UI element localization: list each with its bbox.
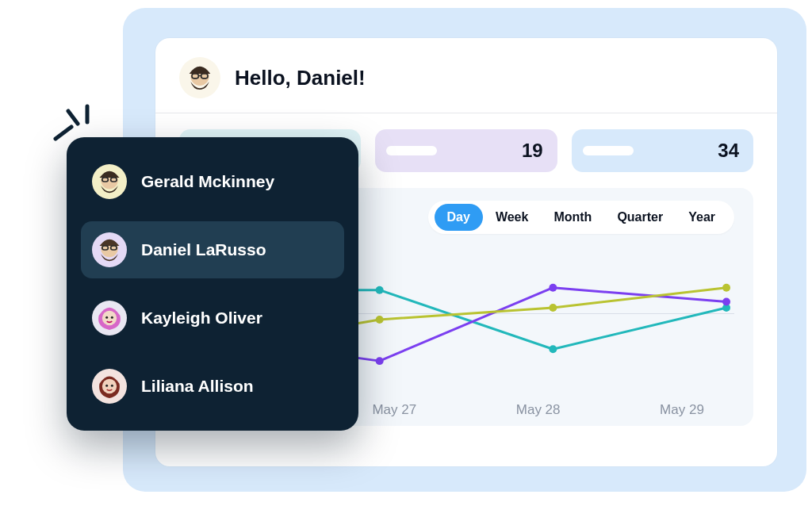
svg-point-16 (722, 284, 730, 292)
user-picker-popover: Gerald Mckinney Daniel LaRusso Kayleigh … (67, 137, 358, 431)
time-range-switch: Day Week Month Quarter Year (428, 201, 734, 234)
stat-card-2[interactable]: 19 (375, 129, 557, 172)
user-avatar[interactable] (179, 57, 220, 98)
svg-point-7 (549, 345, 557, 353)
svg-point-12 (722, 298, 730, 306)
user-picker-item[interactable]: Kayleigh Oliver (81, 289, 344, 347)
greeting-title: Hello, Daniel! (235, 66, 366, 90)
svg-point-23 (102, 311, 117, 325)
stat-label-placeholder (386, 146, 437, 155)
stat-value: 19 (522, 140, 543, 162)
avatar-icon (92, 164, 127, 199)
range-quarter[interactable]: Quarter (604, 204, 676, 231)
stat-value: 34 (718, 140, 739, 162)
svg-point-14 (376, 316, 384, 324)
stat-label-placeholder (583, 146, 634, 155)
svg-point-11 (549, 284, 557, 292)
user-picker-item[interactable]: Gerald Mckinney (81, 153, 344, 210)
svg-point-15 (549, 304, 557, 312)
range-month[interactable]: Month (541, 204, 604, 231)
dashboard-header: Hello, Daniel! (155, 38, 777, 113)
svg-point-6 (376, 286, 384, 294)
svg-point-28 (111, 385, 113, 387)
user-name: Daniel LaRusso (141, 240, 266, 259)
svg-point-26 (102, 379, 117, 393)
user-name: Kayleigh Oliver (141, 309, 262, 328)
range-day[interactable]: Day (435, 204, 483, 231)
svg-point-10 (376, 357, 384, 365)
svg-point-24 (105, 316, 108, 319)
x-tick: May 28 (491, 402, 586, 418)
avatar-icon (92, 369, 127, 404)
range-year[interactable]: Year (676, 204, 728, 231)
avatar-icon (92, 232, 127, 267)
user-name: Gerald Mckinney (141, 172, 274, 191)
svg-point-25 (111, 316, 113, 319)
user-picker-item[interactable]: Liliana Allison (81, 358, 344, 415)
svg-point-27 (105, 385, 108, 387)
range-week[interactable]: Week (483, 204, 542, 231)
x-tick: May 29 (634, 402, 730, 418)
x-tick: May 27 (347, 402, 442, 418)
avatar-icon (92, 301, 127, 335)
user-name: Liliana Allison (141, 377, 254, 396)
stat-card-3[interactable]: 34 (572, 129, 753, 172)
user-picker-item[interactable]: Daniel LaRusso (81, 221, 344, 278)
